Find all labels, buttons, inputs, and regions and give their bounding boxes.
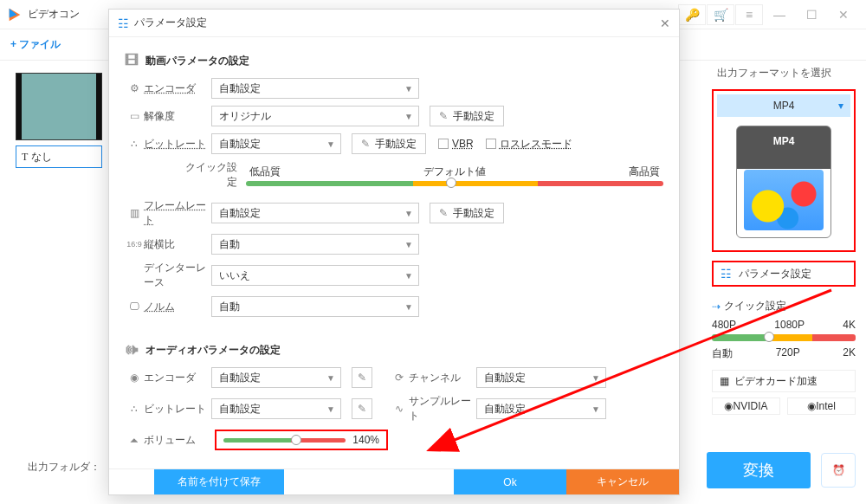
pencil-icon: ✎ xyxy=(439,110,448,122)
sidebar-title: 出力フォーマットを選択 xyxy=(717,66,856,81)
encoder-select[interactable]: 自動設定▼ xyxy=(211,78,419,99)
add-file-button[interactable]: + ファイル xyxy=(10,37,61,52)
clock-icon: ⏰ xyxy=(832,464,845,476)
volume-slider-box: 140% xyxy=(215,430,388,450)
menu-icon[interactable]: ≡ xyxy=(735,4,763,25)
screen-icon: 🖵 xyxy=(125,300,144,313)
speaker-icon: 🕪 xyxy=(125,342,139,358)
pencil-icon: ✎ xyxy=(358,372,366,384)
bitrate-select[interactable]: 自動設定▼ xyxy=(211,133,341,154)
volume-label: ボリューム xyxy=(144,433,211,448)
quick-settings: ⇢クイック設定 480P 1080P 4K 自動 720P 2K xyxy=(712,299,856,361)
channel-select[interactable]: 自動設定▼ xyxy=(476,367,606,388)
audio-bitrate-select[interactable]: 自動設定▼ xyxy=(211,398,341,419)
lossless-checkbox[interactable]: ロスレスモード xyxy=(486,137,572,152)
deinterlace-select[interactable]: いいえ▼ xyxy=(211,265,419,286)
sidebar: 出力フォーマットを選択 MP4 ▾ MP4 ☷ パラメータ設定 ⇢クイック設定 … xyxy=(712,61,856,415)
parameter-settings-button[interactable]: ☷ パラメータ設定 xyxy=(712,261,856,287)
ok-button[interactable]: Ok xyxy=(454,469,566,494)
window-maximize-icon[interactable]: ☐ xyxy=(796,4,827,25)
audio-encoder-select[interactable]: 自動設定▼ xyxy=(211,367,341,388)
framerate-select[interactable]: 自動設定▼ xyxy=(211,203,419,223)
aspect-icon: 16:9 xyxy=(125,240,144,249)
bitrate-manual-button[interactable]: ✎手動設定 xyxy=(352,133,426,154)
volume-slider[interactable] xyxy=(223,438,346,443)
audio-bitrate-label: ビットレート xyxy=(144,402,211,417)
bitrate-label: ビットレート xyxy=(144,137,211,152)
sliders-icon: ☷ xyxy=(721,267,732,281)
framerate-label: フレームレート xyxy=(144,198,211,228)
pencil-icon: ✎ xyxy=(439,207,448,219)
aspect-label: 縦横比 xyxy=(144,237,211,252)
volume-value: 140% xyxy=(352,434,379,446)
dialog-close-icon[interactable]: ✕ xyxy=(660,16,670,30)
cart-icon[interactable]: 🛒 xyxy=(707,4,734,25)
app-logo-icon xyxy=(7,7,23,23)
app-title: ビデオコン xyxy=(28,7,80,22)
resolution-manual-button[interactable]: ✎手動設定 xyxy=(430,106,504,126)
norm-label: ノルム xyxy=(144,300,211,314)
audio-bitrate-icon: ∴ xyxy=(125,403,144,415)
convert-button[interactable]: 変換 xyxy=(707,452,811,488)
chip-icon: ▦ xyxy=(720,375,729,387)
dialog-title-bar: ☷ パラメータ設定 ✕ xyxy=(109,10,679,37)
quick-quality-slider[interactable] xyxy=(712,334,856,341)
samplerate-select[interactable]: 自動設定▼ xyxy=(476,398,606,419)
framerate-icon: ▥ xyxy=(125,207,144,219)
bitrate-icon: ∴ xyxy=(125,138,144,150)
video-thumbnail[interactable] xyxy=(16,73,102,140)
aspect-select[interactable]: 自動▼ xyxy=(211,234,419,255)
audio-encoder-label: エンコーダ xyxy=(144,371,211,385)
framerate-manual-button[interactable]: ✎手動設定 xyxy=(430,203,504,223)
license-key-icon[interactable]: 🔑 xyxy=(678,4,706,25)
lightning-icon: ⇢ xyxy=(712,300,721,313)
video-section-title: 動画パラメータの設定 xyxy=(145,54,249,68)
window-minimize-icon[interactable]: — xyxy=(764,4,795,25)
volume-icon: ⏶ xyxy=(125,434,144,446)
audio-section-title: オーディオパラメータの設定 xyxy=(145,343,281,358)
format-selector[interactable]: MP4 ▾ MP4 xyxy=(712,89,856,252)
norm-select[interactable]: 自動▼ xyxy=(211,296,419,317)
pencil-icon: ✎ xyxy=(358,403,366,415)
nvidia-chip[interactable]: ◉ NVIDIA xyxy=(712,397,780,415)
gear-icon: ⚙ xyxy=(125,82,144,94)
output-folder-label: 出力フォルダ： xyxy=(28,460,100,475)
schedule-button[interactable]: ⏰ xyxy=(821,453,856,488)
gpu-accel-button[interactable]: ▦ ビデオカード加速 xyxy=(712,370,856,392)
film-icon: 🎞 xyxy=(125,53,139,68)
mp4-format-icon: MP4 xyxy=(736,126,831,238)
audio-icon: ◉ xyxy=(125,372,144,384)
resolution-label: 解像度 xyxy=(144,109,211,124)
sliders-icon: ☷ xyxy=(118,16,129,30)
audio-bitrate-manual-button[interactable]: ✎ xyxy=(352,398,372,419)
intel-chip[interactable]: ◉ Intel xyxy=(787,397,856,415)
audio-encoder-manual-button[interactable]: ✎ xyxy=(352,367,372,388)
channel-icon: ⟳ xyxy=(390,372,409,384)
samplerate-icon: ∿ xyxy=(390,403,409,415)
encoder-label: エンコーダ xyxy=(144,81,211,96)
samplerate-label: サンプルレート xyxy=(409,394,476,423)
save-as-button[interactable]: 名前を付けて保存 xyxy=(154,469,284,494)
quality-slider[interactable] xyxy=(246,181,663,186)
format-label: MP4 xyxy=(773,100,795,112)
window-close-icon[interactable]: ✕ xyxy=(828,4,859,25)
resolution-icon: ▭ xyxy=(125,110,144,122)
cancel-button[interactable]: キャンセル xyxy=(566,469,679,494)
text-icon: T xyxy=(22,151,28,164)
dialog-title: パラメータ設定 xyxy=(134,16,207,30)
resolution-select[interactable]: オリジナル▼ xyxy=(211,106,419,126)
vbr-checkbox[interactable]: VBR xyxy=(438,138,474,150)
quick-setting-label: クイック設定 xyxy=(177,160,246,190)
deinterlace-label: デインターレース xyxy=(144,261,211,290)
parameter-dialog: ☷ パラメータ設定 ✕ 🎞動画パラメータの設定 ⚙ エンコーダ 自動設定▼ ▭ … xyxy=(108,9,680,495)
thumbnail-caption[interactable]: T なし xyxy=(16,145,102,168)
channel-label: チャンネル xyxy=(409,371,476,385)
pencil-icon: ✎ xyxy=(361,138,370,150)
chevron-down-icon: ▾ xyxy=(838,100,843,112)
dialog-footer: 名前を付けて保存 Ok キャンセル xyxy=(109,468,679,494)
